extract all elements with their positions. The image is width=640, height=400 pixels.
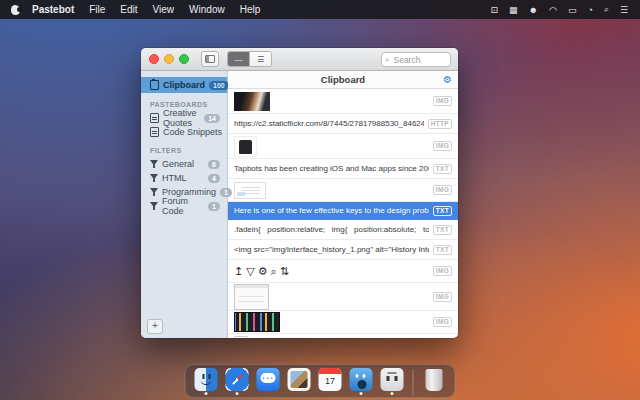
type-badge: TXT (433, 245, 452, 255)
sidebar-item-creative-quotes[interactable]: Creative Quotes14 (141, 111, 227, 125)
close-button[interactable] (149, 54, 159, 64)
menu-bar-menus: PastebotFileEditViewWindowHelp (32, 4, 275, 15)
traffic-lights (149, 54, 189, 64)
filter-icon (150, 202, 158, 210)
clipboard-item-text: .fadein{ position:relative; img{ positio… (234, 225, 429, 234)
clipboard-item[interactable]: IMG (228, 89, 458, 114)
sidebar-item-code-snippets[interactable]: Code Snippets (141, 125, 227, 139)
clipboard-item-text: Tapbots has been creating iOS and Mac ap… (234, 164, 429, 173)
clipboard-item-text: https://c2.staticflickr.com/8/7445/27817… (234, 119, 424, 128)
sidebar-item-label: General (162, 159, 194, 169)
menu-window[interactable]: Window (189, 4, 225, 15)
clipboard-item[interactable]: ↥▽⚙⌕⇅IMG (228, 260, 458, 283)
search-field[interactable]: ⌕ (381, 52, 451, 67)
photos-icon (288, 368, 311, 391)
window-titlebar[interactable]: — ☰ ⌕ (141, 48, 458, 71)
trash-icon (426, 369, 443, 391)
grid-view-button[interactable]: ☰ (249, 52, 271, 66)
sidebar-item-label: Clipboard (163, 80, 205, 90)
menu-view[interactable]: View (153, 4, 175, 15)
type-badge: IMG (433, 141, 452, 151)
calendar-icon: 17 (319, 368, 342, 391)
filter-icon (150, 160, 158, 168)
clock-icon[interactable]: ◔ (587, 5, 592, 15)
menu-edit[interactable]: Edit (120, 4, 137, 15)
running-indicator (267, 392, 270, 395)
clipboard-item-text: <img src="img/interface_history_1.png" a… (234, 245, 429, 254)
notification-center-icon[interactable]: ☰ (620, 5, 628, 15)
wifi-icon[interactable]: ◠ (549, 5, 557, 15)
running-indicator (298, 392, 301, 395)
dock-item-safari[interactable] (226, 368, 249, 395)
add-pasteboard-button[interactable]: + (147, 319, 163, 334)
main-panel: Clipboard ⚙ IMGhttps://c2.staticflickr.c… (228, 71, 458, 338)
dock-separator (413, 369, 414, 395)
search-input[interactable] (391, 54, 447, 66)
clipboard-item[interactable]: <img src="img/interface_history_1.png" a… (228, 240, 458, 260)
running-indicator (360, 392, 363, 395)
pastebot-menu-icon[interactable]: ☻ (529, 5, 538, 15)
clipboard-item-text: Here is one of the few effective keys to… (234, 206, 429, 215)
dock-item-trash[interactable] (423, 369, 446, 395)
pastebot-window: — ☰ ⌕ Clipboard 100 PASTEBOARDSCreative … (141, 48, 458, 338)
running-indicator (433, 392, 436, 395)
battery-icon[interactable]: ▭ (568, 5, 577, 15)
dock-item-calendar[interactable]: 17 (319, 368, 342, 395)
list-view-button[interactable]: — (228, 52, 249, 66)
menu-file[interactable]: File (89, 4, 105, 15)
menu-pastebot[interactable]: Pastebot (32, 4, 74, 15)
dock-item-pastebot[interactable] (381, 368, 404, 395)
dock-item-tweetbot[interactable] (350, 368, 373, 395)
clipboard-item[interactable]: Here is one of the few effective keys to… (228, 202, 458, 220)
sidebar-item-clipboard[interactable]: Clipboard 100 (141, 77, 227, 93)
count-badge: 1 (220, 188, 232, 197)
sidebar-toggle-icon (205, 55, 215, 63)
apple-logo-icon[interactable] (11, 5, 20, 15)
search-icon: ⌕ (385, 56, 389, 64)
dock: 17 (185, 364, 456, 398)
tshirt-thumbnail (234, 136, 257, 157)
clipboard-item[interactable]: https://c2.staticflickr.com/8/7445/27817… (228, 114, 458, 134)
sidebar-item-label: Forum Code (162, 196, 204, 216)
display-icon[interactable]: ⊡ (491, 5, 499, 15)
zoom-button[interactable] (179, 54, 189, 64)
spotlight-icon[interactable]: ⌕ (604, 4, 609, 15)
sidebar: Clipboard 100 PASTEBOARDSCreative Quotes… (141, 71, 228, 338)
dock-item-messages[interactable] (257, 368, 280, 395)
tweetbot-icon (350, 368, 373, 391)
sidebar-section-title: FILTERS (141, 139, 227, 157)
gear-icon[interactable]: ⚙ (443, 75, 452, 85)
screenshot-thumbnail (234, 312, 280, 332)
clipboard-item[interactable]: IMG (228, 134, 458, 159)
type-badge: TXT (433, 206, 452, 216)
clipboard-item[interactable]: IMG (228, 311, 458, 334)
sidebar-item-label: HTML (162, 173, 187, 183)
clipboard-item[interactable]: IMG (228, 179, 458, 202)
clipboard-item[interactable]: comp.aiAI (228, 334, 458, 338)
count-badge: 1 (208, 202, 220, 211)
messages-icon (257, 368, 280, 391)
minimize-button[interactable] (164, 54, 174, 64)
type-badge: IMG (433, 185, 452, 195)
count-badge: 100 (209, 81, 229, 90)
view-mode-segmented-control: — ☰ (227, 51, 272, 67)
sidebar-item-label: Creative Quotes (163, 108, 200, 128)
count-badge: 14 (204, 114, 220, 123)
keyboard-icon[interactable]: ▦ (509, 5, 518, 15)
type-badge: IMG (433, 292, 452, 302)
menu-bar-status: ⊡▦☻◠▭◔⌕☰ (491, 4, 640, 15)
sidebar-toggle-button[interactable] (201, 51, 219, 67)
dock-item-finder[interactable] (195, 368, 218, 395)
clipboard-item[interactable]: IMG (228, 283, 458, 311)
sidebar-item-html[interactable]: HTML4 (141, 171, 227, 185)
document-thumbnail (234, 182, 266, 199)
clipboard-item[interactable]: .fadein{ position:relative; img{ positio… (228, 220, 458, 240)
sidebar-item-general[interactable]: General6 (141, 157, 227, 171)
sidebar-item-forum-code[interactable]: Forum Code1 (141, 199, 227, 213)
dock-item-photos[interactable] (288, 368, 311, 395)
pasteboard-icon (150, 113, 159, 123)
sidebar-sections: PASTEBOARDSCreative Quotes14Code Snippet… (141, 93, 227, 213)
window-thumbnail (234, 284, 269, 310)
menu-help[interactable]: Help (240, 4, 261, 15)
clipboard-item[interactable]: Tapbots has been creating iOS and Mac ap… (228, 159, 458, 179)
